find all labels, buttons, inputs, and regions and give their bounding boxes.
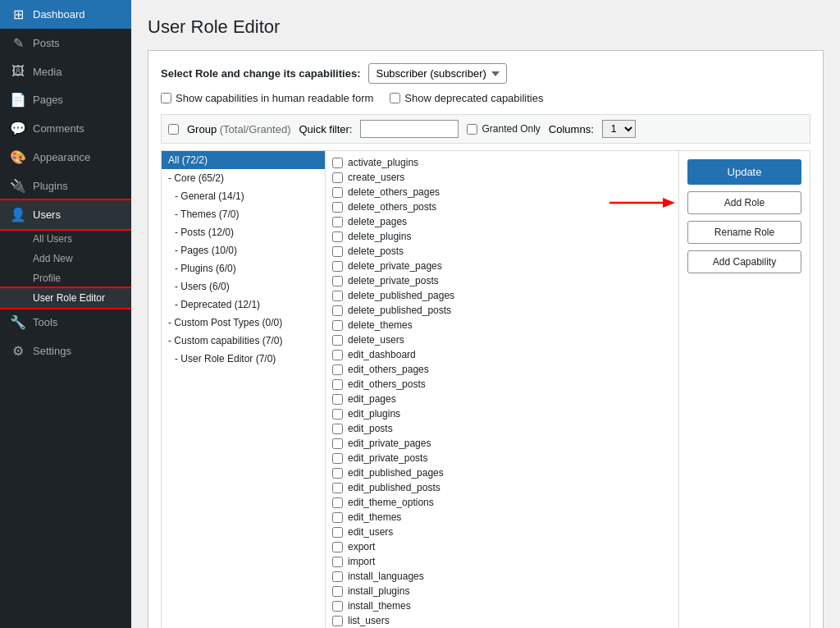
role-select[interactable]: Subscriber (subscriber) xyxy=(368,63,507,84)
cap-checkbox-edit_dashboard[interactable] xyxy=(332,350,343,360)
add-role-button[interactable]: Add Role xyxy=(687,191,801,214)
cap-label-install_languages: install_languages xyxy=(348,571,424,582)
cap-label-install_plugins: install_plugins xyxy=(348,585,409,597)
sidebar-sub-add-new[interactable]: Add New xyxy=(0,249,131,268)
cap-checkbox-install_languages[interactable] xyxy=(332,571,343,582)
sidebar: ⊞ Dashboard ✎ Posts 🖼 Media 📄 Pages 💬 Co… xyxy=(0,0,131,628)
group-item-pages[interactable]: - Pages (10/0) xyxy=(162,241,325,259)
sidebar-item-users[interactable]: 👤 Users xyxy=(0,200,131,229)
group-item-custom-caps[interactable]: - Custom capabilities (7/0) xyxy=(162,332,325,350)
cap-checkbox-edit_themes[interactable] xyxy=(332,512,343,523)
group-item-users[interactable]: - Users (6/0) xyxy=(162,277,325,296)
cap-checkbox-delete_plugins[interactable] xyxy=(332,231,343,242)
appearance-icon: 🎨 xyxy=(10,149,26,165)
cap-checkbox-edit_posts[interactable] xyxy=(332,424,343,434)
cap-item: create_users xyxy=(332,170,672,185)
cap-item: export xyxy=(332,539,672,554)
tools-icon: 🔧 xyxy=(10,314,26,330)
cap-item: edit_pages xyxy=(332,392,672,406)
show-capabilities-label[interactable]: Show capabilities in human readable form xyxy=(161,92,373,104)
cap-checkbox-create_users[interactable] xyxy=(332,172,343,183)
cap-item: edit_private_posts xyxy=(332,451,672,465)
group-item-posts[interactable]: - Posts (12/0) xyxy=(162,223,325,241)
add-capability-button[interactable]: Add Capability xyxy=(687,250,801,273)
cap-checkbox-delete_themes[interactable] xyxy=(332,320,343,331)
cap-item: delete_posts xyxy=(332,244,672,259)
cap-checkbox-delete_private_pages[interactable] xyxy=(332,261,343,272)
posts-icon: ✎ xyxy=(10,35,26,51)
group-all-checkbox[interactable] xyxy=(168,124,179,135)
cap-label-edit_themes: edit_themes xyxy=(348,511,401,523)
cap-checkbox-delete_posts[interactable] xyxy=(332,246,343,257)
cap-checkbox-activate_plugins[interactable] xyxy=(332,158,343,168)
columns-select[interactable]: 1 xyxy=(602,120,636,138)
cap-checkbox-edit_plugins[interactable] xyxy=(332,409,343,419)
cap-item: delete_users xyxy=(332,332,672,347)
group-item-deprecated[interactable]: - Deprecated (12/1) xyxy=(162,296,325,314)
sidebar-item-tools[interactable]: 🔧 Tools xyxy=(0,308,131,337)
group-item-plugins[interactable]: - Plugins (6/0) xyxy=(162,259,325,277)
cap-checkbox-delete_others_pages[interactable] xyxy=(332,187,343,198)
sidebar-item-media[interactable]: 🖼 Media xyxy=(0,57,131,85)
cap-checkbox-delete_published_posts[interactable] xyxy=(332,305,343,316)
sidebar-item-dashboard[interactable]: ⊞ Dashboard xyxy=(0,0,131,29)
sidebar-sub-all-users[interactable]: All Users xyxy=(0,229,131,249)
group-item-custom-post-types[interactable]: - Custom Post Types (0/0) xyxy=(162,314,325,332)
cap-checkbox-edit_private_posts[interactable] xyxy=(332,453,343,464)
cap-checkbox-edit_pages[interactable] xyxy=(332,394,343,405)
sidebar-item-comments[interactable]: 💬 Comments xyxy=(0,114,131,143)
cap-label-delete_users: delete_users xyxy=(348,334,404,346)
cap-item: install_themes xyxy=(332,598,672,613)
cap-checkbox-delete_users[interactable] xyxy=(332,335,343,346)
granted-only-label[interactable]: Granted Only xyxy=(467,123,540,135)
update-button[interactable]: Update xyxy=(687,159,801,185)
cap-checkbox-install_plugins[interactable] xyxy=(332,586,343,597)
sidebar-item-posts[interactable]: ✎ Posts xyxy=(0,29,131,57)
quick-filter-label: Quick filter: xyxy=(299,123,352,135)
cap-checkbox-delete_private_posts[interactable] xyxy=(332,276,343,286)
rename-role-button[interactable]: Rename Role xyxy=(687,221,801,244)
group-item-all[interactable]: All (72/2) xyxy=(162,151,325,169)
cap-label-edit_pages: edit_pages xyxy=(348,393,396,405)
granted-only-checkbox[interactable] xyxy=(467,124,477,135)
options-row: Show capabilities in human readable form… xyxy=(161,92,810,104)
cap-checkbox-edit_private_pages[interactable] xyxy=(332,438,343,449)
role-select-label: Select Role and change its capabilities: xyxy=(161,67,360,80)
cap-item: edit_private_pages xyxy=(332,436,672,451)
show-deprecated-label[interactable]: Show deprecated capabilities xyxy=(390,92,543,104)
sidebar-item-settings[interactable]: ⚙ Settings xyxy=(0,337,131,365)
sidebar-item-appearance[interactable]: 🎨 Appearance xyxy=(0,143,131,172)
cap-checkbox-edit_published_pages[interactable] xyxy=(332,468,343,479)
cap-checkbox-edit_users[interactable] xyxy=(332,527,343,538)
group-item-general[interactable]: - General (14/1) xyxy=(162,187,325,205)
quick-filter-input[interactable] xyxy=(360,120,459,138)
main-content: User Role Editor Select Role and change … xyxy=(131,0,840,628)
cap-checkbox-edit_theme_options[interactable] xyxy=(332,497,343,508)
cap-checkbox-delete_pages[interactable] xyxy=(332,217,343,227)
dashboard-icon: ⊞ xyxy=(10,7,26,22)
group-item-user-role-editor[interactable]: - User Role Editor (7/0) xyxy=(162,350,325,368)
show-capabilities-checkbox[interactable] xyxy=(161,93,171,103)
group-item-themes[interactable]: - Themes (7/0) xyxy=(162,205,325,223)
cap-checkbox-list_users[interactable] xyxy=(332,616,343,626)
cap-label-delete_published_posts: delete_published_posts xyxy=(348,305,451,316)
cap-checkbox-edit_published_posts[interactable] xyxy=(332,483,343,493)
cap-checkbox-export[interactable] xyxy=(332,542,343,552)
sidebar-sub-profile[interactable]: Profile xyxy=(0,268,131,288)
cap-checkbox-install_themes[interactable] xyxy=(332,601,343,612)
cap-checkbox-delete_published_pages[interactable] xyxy=(332,291,343,301)
sidebar-sub-user-role-editor[interactable]: User Role Editor xyxy=(0,288,131,308)
cap-checkbox-import[interactable] xyxy=(332,557,343,567)
cap-label-edit_plugins: edit_plugins xyxy=(348,408,400,419)
cap-checkbox-edit_others_posts[interactable] xyxy=(332,379,343,390)
cap-checkbox-edit_others_pages[interactable] xyxy=(332,364,343,375)
cap-checkbox-delete_others_posts[interactable] xyxy=(332,202,343,213)
cap-label-delete_themes: delete_themes xyxy=(348,319,413,331)
sidebar-item-plugins[interactable]: 🔌 Plugins xyxy=(0,172,131,200)
sidebar-item-pages[interactable]: 📄 Pages xyxy=(0,85,131,114)
group-item-core[interactable]: - Core (65/2) xyxy=(162,169,325,187)
cap-item: activate_plugins xyxy=(332,155,672,170)
show-deprecated-checkbox[interactable] xyxy=(390,93,400,103)
users-icon: 👤 xyxy=(10,207,26,222)
cap-label-import: import xyxy=(348,556,375,567)
